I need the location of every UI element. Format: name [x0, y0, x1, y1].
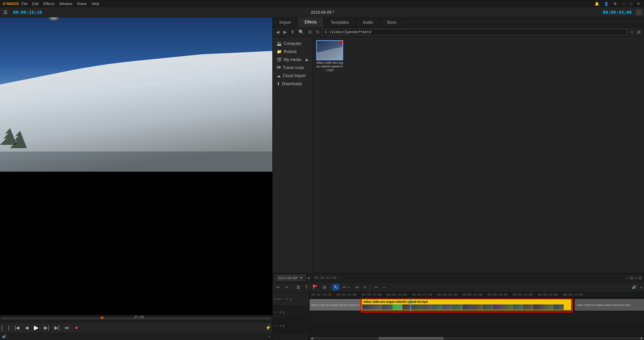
track-x-button[interactable]: ✕ [286, 297, 288, 301]
sidebar-item-downloads[interactable]: ⬇ Downloads [273, 80, 313, 88]
maximize-button[interactable]: □ [629, 2, 634, 6]
timeline-playhead[interactable] [410, 298, 411, 311]
track2-add-button[interactable]: + [274, 310, 276, 314]
tab-import[interactable]: Import [273, 17, 298, 27]
menu-effects[interactable]: Effects [43, 2, 54, 6]
clip-left-dark[interactable]: video-1280-seo-vegas-videofx-speed-int.m… [310, 299, 362, 310]
menu-help[interactable]: Help [92, 2, 99, 6]
delete-tool-button[interactable]: 🗑 [294, 284, 302, 290]
refresh-button[interactable]: ↻ [315, 29, 321, 35]
trim-tool-button[interactable]: ✂↔ [341, 284, 352, 290]
next-frame-button[interactable]: ⏭ [63, 324, 71, 331]
scroll-left-button[interactable]: ◀ [310, 336, 313, 340]
tab-templates[interactable]: Templates [324, 17, 356, 27]
film-frame-19 [544, 304, 554, 310]
redo-button[interactable]: ↪ [283, 284, 290, 290]
sidebar-item-cloudimport[interactable]: ☁ Cloud Import [273, 72, 313, 80]
add-tab-button[interactable]: + [308, 275, 310, 281]
window-controls: 🔔 👤 ⚙ — □ ✕ [593, 2, 641, 6]
timeline-view-btn1[interactable]: □ [627, 276, 629, 280]
video-scrubber[interactable]: 43:00 [0, 315, 272, 322]
video-frame [0, 17, 272, 172]
settings-toggle[interactable]: ≡ [268, 335, 270, 338]
track-number-2: 2 [283, 311, 285, 314]
fx-button[interactable]: ⚡ [264, 324, 272, 331]
sidebar-item-travel[interactable]: 🗺 Travel route [273, 64, 313, 72]
play-button[interactable]: ▶ [33, 323, 40, 332]
ripple-button[interactable]: ≡ [362, 284, 368, 290]
path-input[interactable] [322, 29, 627, 35]
cut-button[interactable]: ✂ [372, 284, 379, 290]
view-toggle-button[interactable]: ⊞ [636, 29, 642, 35]
undo-button[interactable]: ↩ [275, 284, 282, 290]
go-to-end-button[interactable]: ▶] [53, 324, 61, 331]
timeline-scrollbar[interactable]: ◀ ▶ [310, 336, 644, 340]
forward-button[interactable]: ▶ [282, 29, 288, 35]
track2-minus-button[interactable]: − [277, 310, 279, 314]
add-clip-button[interactable]: ⊞ [321, 284, 328, 290]
menu-share[interactable]: Share [77, 2, 87, 6]
scroll-right-button[interactable]: ▶ [641, 336, 643, 340]
notification-icon[interactable]: 🔔 [593, 2, 601, 6]
user-icon[interactable]: 👤 [603, 2, 610, 6]
up-button[interactable]: ⬆ [289, 29, 296, 35]
sidebar-item-roland[interactable]: 📁 Roland [273, 48, 313, 56]
scrollbar-thumb[interactable] [378, 337, 444, 340]
menu-window[interactable]: Window [59, 2, 72, 6]
film-frame-12 [473, 304, 483, 310]
track-number-3: 3 [283, 324, 285, 328]
timeline-view-btn3[interactable]: ≡ [635, 276, 637, 280]
gear-settings-button[interactable]: ⚙ [307, 29, 313, 35]
ruler-mark-16: 00:00:16:00 [387, 293, 407, 296]
timeline-view-btn2[interactable]: ⊞ [630, 276, 634, 280]
clip-yellow-main[interactable]: video-1280-seo-vegas-videofx-speed-int.m… [362, 299, 571, 310]
settings-icon[interactable]: ⚙ [612, 2, 618, 6]
track2-x-button[interactable]: ✕ [279, 310, 282, 314]
fast-forward-button[interactable]: ▶| [43, 324, 50, 331]
stretch-button[interactable]: ↔ [381, 284, 388, 290]
track3-x-button[interactable]: ✕ [279, 324, 282, 328]
sidebar-item-mymedia[interactable]: 🎬 My media ▶ [273, 56, 313, 64]
main-toolbar: ☰ 00:00:15;18 2019-09-09 * 00:00:43;00 □ [0, 7, 644, 17]
record-button[interactable]: ● [74, 324, 80, 331]
tab-store[interactable]: Store [380, 17, 404, 27]
tab-audio[interactable]: Audio [356, 17, 380, 27]
back-button[interactable]: ◀ [275, 29, 281, 35]
close-tab-button[interactable]: ✕ [300, 276, 303, 280]
sidebar-item-computer[interactable]: 💻 Computer [273, 40, 313, 48]
add-folder-button[interactable]: + [629, 29, 635, 35]
file-thumb-label: video-1280-seo-vegas-videofx-speed-int.m… [316, 61, 343, 72]
rewind-button[interactable]: ◀ [24, 324, 30, 331]
minimize-button[interactable]: — [620, 2, 627, 6]
scrubber-bar[interactable]: 43:00 [1, 318, 271, 320]
menu-edit[interactable]: Edit [32, 2, 39, 6]
track3-minus-button[interactable]: − [277, 324, 279, 328]
track-minus-button[interactable]: − [283, 297, 285, 301]
marker-button[interactable]: 🚩 [311, 284, 320, 290]
split-move-button[interactable]: ⇔ [354, 284, 361, 290]
track3-add-button[interactable]: + [274, 324, 276, 328]
track-add-button[interactable]: + [281, 297, 283, 301]
menu-file[interactable]: File [21, 2, 28, 6]
svg-rect-2 [0, 152, 272, 172]
out-point-button[interactable]: ] [7, 324, 11, 331]
timeline-scrollable[interactable]: 00:00:13:00 00:00:14:00 00:00:15:00 00:0… [310, 292, 644, 340]
sidebar-label-computer: Computer [284, 41, 302, 46]
select-tool-button[interactable]: ↖ [332, 284, 339, 290]
tab-effects[interactable]: Effects [298, 17, 324, 27]
square-button[interactable]: □ [636, 9, 642, 15]
clip-right-dark[interactable]: video-1280-seo-vegas-videofx-speed-int.m… [575, 299, 644, 310]
timeline-view-btn4[interactable]: ⊟ [639, 276, 642, 280]
file-thumbnail[interactable]: video-1280-seo-vegas-videofx-speed-int.m… [316, 40, 343, 72]
track-1-header: S M + − ✕ 1 [273, 292, 309, 306]
text-tool-button[interactable]: T [304, 284, 310, 290]
close-button[interactable]: ✕ [636, 2, 641, 6]
go-to-start-button[interactable]: |◀ [13, 324, 21, 331]
film-frame-15 [503, 304, 513, 310]
in-point-button[interactable]: [ [0, 324, 4, 331]
scrollbar-track[interactable] [313, 337, 641, 340]
hamburger-menu-icon[interactable]: ☰ [2, 9, 9, 16]
timeline-ruler[interactable]: 00:00:13:00 00:00:14:00 00:00:15:00 00:0… [310, 292, 644, 298]
scrubber-time-label: 43:00 [134, 315, 144, 319]
search-button[interactable]: 🔍 [297, 29, 305, 35]
